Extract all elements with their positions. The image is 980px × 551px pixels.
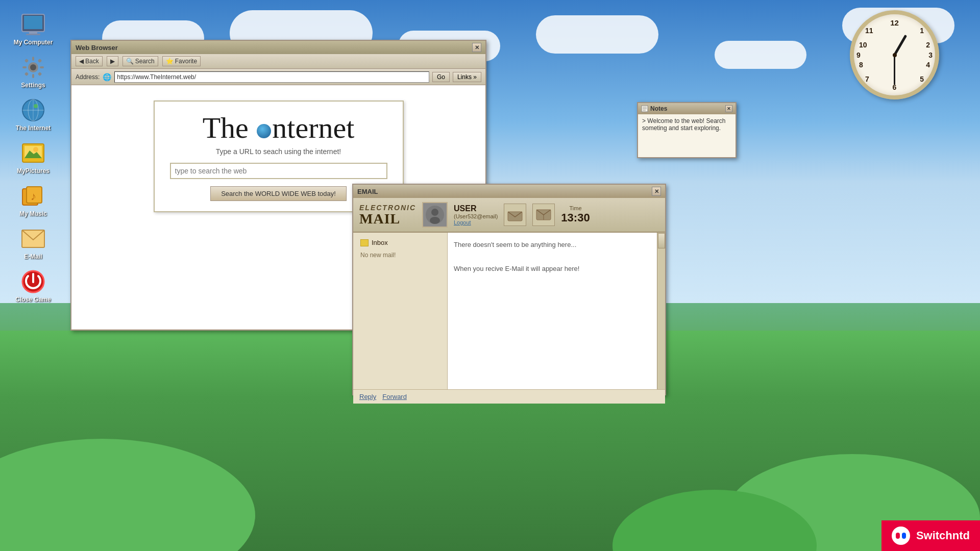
power-svg xyxy=(21,270,45,293)
email-actions: Reply Forward xyxy=(353,389,665,404)
back-button[interactable]: ◀ Back xyxy=(76,56,103,66)
address-label: Address: xyxy=(76,73,100,81)
my-pictures-icon[interactable]: MyPictures xyxy=(10,139,56,177)
clock-number-7: 7 xyxy=(865,75,869,83)
svg-rect-12 xyxy=(24,72,29,76)
links-button[interactable]: Links » xyxy=(453,72,481,82)
settings-icon-item[interactable]: Settings xyxy=(10,53,56,91)
logout-link[interactable]: Logout xyxy=(454,219,498,226)
svg-point-31 xyxy=(430,217,440,224)
close-game-icon[interactable]: Close Game xyxy=(10,267,56,305)
desktop-icons: My Computer Settings xyxy=(10,10,56,305)
notes-window: Notes ✕ > Welcome to the web! Search som… xyxy=(637,102,737,158)
empty-text-2: When you recive E-Mail it will appear he… xyxy=(454,265,579,272)
email-body: Inbox No new mail! There doesn't seem to… xyxy=(353,233,665,389)
clock-number-11: 11 xyxy=(865,27,873,35)
pictures-icon xyxy=(21,141,45,165)
switch-badge-label: Switchntd xyxy=(916,529,970,542)
compose-svg xyxy=(535,208,552,222)
my-computer-icon[interactable]: My Computer xyxy=(10,10,56,48)
forward-button[interactable]: ▶ xyxy=(107,56,118,66)
clock-number-12: 12 xyxy=(890,18,899,27)
email-close-button[interactable]: ✕ xyxy=(652,187,661,196)
user-info: USER (User532@email) Logout xyxy=(454,204,498,226)
svg-rect-11 xyxy=(38,59,42,63)
notes-title: Notes xyxy=(650,105,667,112)
user-email: (User532@email) xyxy=(454,213,498,219)
email-titlebar: EMAIL ✕ xyxy=(353,185,665,198)
clock-face: 12 1 2 3 4 5 6 7 8 9 10 11 xyxy=(850,10,939,99)
go-button[interactable]: Go xyxy=(432,72,450,82)
monitor-svg xyxy=(21,13,45,36)
star-icon: ⭐ xyxy=(166,58,174,65)
favorite-button[interactable]: ⭐ Favorite xyxy=(162,56,201,66)
my-music-label: My Music xyxy=(19,210,47,217)
inbox-folder-item[interactable]: Inbox xyxy=(357,237,443,248)
svg-text:♪: ♪ xyxy=(31,190,36,203)
svg-rect-2 xyxy=(29,32,37,34)
email-message-area: There doesn't seem to be anything here..… xyxy=(448,233,665,389)
my-pictures-label: MyPictures xyxy=(17,167,50,174)
inbox-label: Inbox xyxy=(372,239,388,246)
time-label: Time xyxy=(569,205,581,211)
browser-toolbar: ◀ Back ▶ 🔍 Search ⭐ Favorite xyxy=(71,54,485,69)
svg-point-18 xyxy=(34,104,38,108)
email-branding: ELECTRONIC MAIL xyxy=(359,204,416,226)
my-computer-label: My Computer xyxy=(14,39,53,46)
clock-number-1: 1 xyxy=(920,27,924,35)
cloud-4 xyxy=(536,15,658,54)
web-search-input[interactable] xyxy=(170,163,387,179)
pictures-svg xyxy=(21,143,45,163)
forward-link[interactable]: Forward xyxy=(382,393,407,400)
gear-svg xyxy=(21,56,45,79)
the-internet-label: The Internet xyxy=(16,124,51,132)
the-internet-icon[interactable]: The Internet xyxy=(10,96,56,134)
my-music-icon[interactable]: ♪ My Music xyxy=(10,182,56,219)
search-toolbar-label: Search xyxy=(135,58,155,65)
scrollbar-thumb[interactable] xyxy=(658,233,665,248)
svg-rect-8 xyxy=(22,66,27,68)
browser-address-bar: Address: 🌐 Go Links » xyxy=(71,69,485,85)
time-value: 13:30 xyxy=(561,211,590,224)
settings-label: Settings xyxy=(21,82,45,89)
time-display: Time 13:30 xyxy=(561,205,590,224)
search-web-button[interactable]: Search the WORLD WIDE WEB today! xyxy=(210,186,347,201)
inbox-icon-btn[interactable] xyxy=(504,204,526,226)
mail-svg xyxy=(21,230,45,248)
email-label: E-Mail xyxy=(24,253,42,260)
back-arrow-icon: ◀ xyxy=(79,58,84,65)
compose-icon-btn[interactable] xyxy=(532,204,555,226)
reply-link[interactable]: Reply xyxy=(359,393,376,400)
desktop: My Computer Settings xyxy=(0,0,980,551)
music-icon: ♪ xyxy=(21,184,45,208)
empty-text-1: There doesn't seem to be anything here..… xyxy=(454,241,576,248)
svg-rect-1 xyxy=(24,16,42,29)
favorite-label: Favorite xyxy=(175,58,197,65)
svg-point-5 xyxy=(30,64,36,70)
internet-subtitle: Type a URL to seach using the internet! xyxy=(170,147,387,156)
svg-point-30 xyxy=(431,209,438,216)
email-icon[interactable]: E-Mail xyxy=(10,224,56,262)
clock-number-2: 2 xyxy=(926,41,930,49)
internet-globe-icon xyxy=(257,124,271,138)
notes-close-button[interactable]: ✕ xyxy=(725,105,732,112)
switch-badge: Switchntd xyxy=(881,520,980,551)
address-input[interactable] xyxy=(114,71,429,83)
search-toolbar-icon: 🔍 xyxy=(126,58,134,65)
clock-hour-hand xyxy=(893,34,907,55)
avatar-svg xyxy=(425,205,445,224)
browser-close-button[interactable]: ✕ xyxy=(472,43,481,52)
internet-title: The nternet xyxy=(170,112,387,144)
svg-rect-40 xyxy=(896,533,900,539)
search-toolbar-button[interactable]: 🔍 Search xyxy=(122,56,158,66)
internet-title-nternet: nternet xyxy=(272,111,354,144)
no-mail-text: No new mail! xyxy=(357,248,443,262)
notes-titlebar: Notes ✕ xyxy=(638,103,736,114)
svg-rect-41 xyxy=(902,533,906,539)
mail-icon xyxy=(21,227,45,251)
email-scrollbar[interactable] xyxy=(657,233,665,389)
clock-widget: 12 1 2 3 4 5 6 7 8 9 10 11 xyxy=(850,10,939,99)
svg-rect-10 xyxy=(24,59,29,63)
email-header: ELECTRONIC MAIL USER (User532@email) Log… xyxy=(353,198,665,233)
globe-icon xyxy=(21,98,45,122)
